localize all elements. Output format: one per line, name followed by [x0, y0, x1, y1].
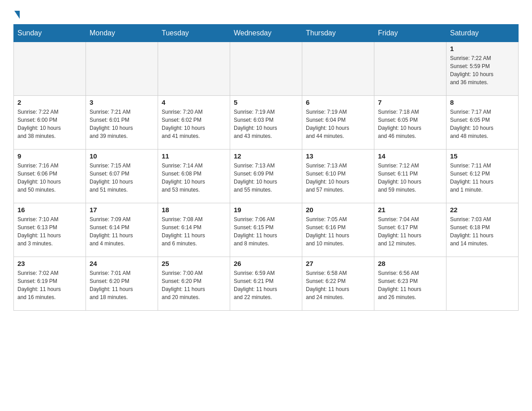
- day-info: Sunrise: 7:12 AM Sunset: 6:11 PM Dayligh…: [378, 162, 442, 194]
- day-number: 13: [306, 152, 370, 160]
- calendar-cell: [14, 42, 86, 96]
- day-info: Sunrise: 7:19 AM Sunset: 6:03 PM Dayligh…: [234, 108, 298, 140]
- calendar-header-thursday: Thursday: [302, 25, 374, 42]
- day-number: 25: [162, 260, 226, 267]
- day-info: Sunrise: 7:22 AM Sunset: 5:59 PM Dayligh…: [450, 54, 515, 86]
- day-info: Sunrise: 7:00 AM Sunset: 6:20 PM Dayligh…: [162, 269, 226, 301]
- calendar-cell: 3Sunrise: 7:21 AM Sunset: 6:01 PM Daylig…: [86, 96, 158, 150]
- calendar-cell: 26Sunrise: 6:59 AM Sunset: 6:21 PM Dayli…: [230, 257, 302, 311]
- day-number: 28: [378, 260, 442, 267]
- day-number: 9: [17, 152, 82, 160]
- calendar-header-tuesday: Tuesday: [158, 25, 230, 42]
- calendar-header-row: SundayMondayTuesdayWednesdayThursdayFrid…: [14, 25, 519, 42]
- day-info: Sunrise: 7:22 AM Sunset: 6:00 PM Dayligh…: [17, 108, 82, 140]
- day-number: 10: [90, 152, 154, 160]
- calendar-cell: [86, 42, 158, 96]
- day-info: Sunrise: 7:09 AM Sunset: 6:14 PM Dayligh…: [90, 215, 154, 248]
- day-info: Sunrise: 7:14 AM Sunset: 6:08 PM Dayligh…: [162, 162, 226, 194]
- calendar-cell: 19Sunrise: 7:06 AM Sunset: 6:15 PM Dayli…: [230, 203, 302, 257]
- day-number: 17: [90, 206, 154, 214]
- day-info: Sunrise: 7:08 AM Sunset: 6:14 PM Dayligh…: [162, 215, 226, 248]
- day-info: Sunrise: 7:13 AM Sunset: 6:09 PM Dayligh…: [234, 162, 298, 194]
- calendar-cell: 2Sunrise: 7:22 AM Sunset: 6:00 PM Daylig…: [14, 96, 86, 150]
- calendar-week-2: 2Sunrise: 7:22 AM Sunset: 6:00 PM Daylig…: [14, 96, 519, 150]
- calendar-cell: 4Sunrise: 7:20 AM Sunset: 6:02 PM Daylig…: [158, 96, 230, 150]
- calendar-header-saturday: Saturday: [446, 25, 519, 42]
- day-info: Sunrise: 7:05 AM Sunset: 6:16 PM Dayligh…: [306, 215, 370, 248]
- calendar-header-sunday: Sunday: [14, 25, 86, 42]
- calendar-week-4: 16Sunrise: 7:10 AM Sunset: 6:13 PM Dayli…: [14, 203, 519, 257]
- calendar-week-3: 9Sunrise: 7:16 AM Sunset: 6:06 PM Daylig…: [14, 150, 519, 203]
- logo-arrow-icon: [14, 11, 20, 19]
- calendar-cell: [230, 42, 302, 96]
- day-number: 11: [162, 152, 226, 160]
- day-info: Sunrise: 7:18 AM Sunset: 6:05 PM Dayligh…: [378, 108, 442, 140]
- day-number: 26: [234, 260, 298, 267]
- day-info: Sunrise: 7:04 AM Sunset: 6:17 PM Dayligh…: [378, 215, 442, 248]
- day-info: Sunrise: 6:59 AM Sunset: 6:21 PM Dayligh…: [234, 269, 298, 301]
- calendar-cell: 9Sunrise: 7:16 AM Sunset: 6:06 PM Daylig…: [14, 150, 86, 203]
- calendar-cell: [446, 257, 519, 311]
- calendar-cell: 7Sunrise: 7:18 AM Sunset: 6:05 PM Daylig…: [374, 96, 446, 150]
- day-info: Sunrise: 7:02 AM Sunset: 6:19 PM Dayligh…: [17, 269, 82, 301]
- calendar-header-wednesday: Wednesday: [230, 25, 302, 42]
- calendar-cell: 15Sunrise: 7:11 AM Sunset: 6:12 PM Dayli…: [446, 150, 519, 203]
- calendar-cell: [302, 42, 374, 96]
- day-number: 5: [234, 98, 298, 106]
- calendar-cell: [158, 42, 230, 96]
- calendar-cell: 13Sunrise: 7:13 AM Sunset: 6:10 PM Dayli…: [302, 150, 374, 203]
- day-number: 22: [450, 206, 515, 214]
- day-number: 1: [450, 45, 515, 52]
- day-info: Sunrise: 7:03 AM Sunset: 6:18 PM Dayligh…: [450, 215, 515, 248]
- page-header: [13, 9, 519, 17]
- day-info: Sunrise: 7:21 AM Sunset: 6:01 PM Dayligh…: [90, 108, 154, 140]
- calendar-cell: 5Sunrise: 7:19 AM Sunset: 6:03 PM Daylig…: [230, 96, 302, 150]
- day-number: 18: [162, 206, 226, 214]
- calendar-week-1: 1Sunrise: 7:22 AM Sunset: 5:59 PM Daylig…: [14, 42, 519, 96]
- calendar-week-5: 23Sunrise: 7:02 AM Sunset: 6:19 PM Dayli…: [14, 257, 519, 311]
- day-number: 21: [378, 206, 442, 214]
- calendar-cell: 11Sunrise: 7:14 AM Sunset: 6:08 PM Dayli…: [158, 150, 230, 203]
- day-info: Sunrise: 7:01 AM Sunset: 6:20 PM Dayligh…: [90, 269, 154, 301]
- day-number: 7: [378, 98, 442, 106]
- calendar-cell: 23Sunrise: 7:02 AM Sunset: 6:19 PM Dayli…: [14, 257, 86, 311]
- day-number: 27: [306, 260, 370, 267]
- calendar-table: SundayMondayTuesdayWednesdayThursdayFrid…: [13, 24, 519, 311]
- logo: [13, 9, 20, 17]
- calendar-cell: 14Sunrise: 7:12 AM Sunset: 6:11 PM Dayli…: [374, 150, 446, 203]
- day-number: 6: [306, 98, 370, 106]
- day-number: 2: [17, 98, 82, 106]
- calendar-cell: 20Sunrise: 7:05 AM Sunset: 6:16 PM Dayli…: [302, 203, 374, 257]
- day-number: 15: [450, 152, 515, 160]
- calendar-cell: [374, 42, 446, 96]
- calendar-cell: 1Sunrise: 7:22 AM Sunset: 5:59 PM Daylig…: [446, 42, 519, 96]
- calendar-header-monday: Monday: [86, 25, 158, 42]
- day-info: Sunrise: 7:11 AM Sunset: 6:12 PM Dayligh…: [450, 162, 515, 194]
- day-info: Sunrise: 7:17 AM Sunset: 6:05 PM Dayligh…: [450, 108, 515, 140]
- day-number: 8: [450, 98, 515, 106]
- day-info: Sunrise: 7:06 AM Sunset: 6:15 PM Dayligh…: [234, 215, 298, 248]
- calendar-cell: 8Sunrise: 7:17 AM Sunset: 6:05 PM Daylig…: [446, 96, 519, 150]
- day-info: Sunrise: 7:15 AM Sunset: 6:07 PM Dayligh…: [90, 162, 154, 194]
- day-number: 19: [234, 206, 298, 214]
- day-info: Sunrise: 7:19 AM Sunset: 6:04 PM Dayligh…: [306, 108, 370, 140]
- calendar-cell: 16Sunrise: 7:10 AM Sunset: 6:13 PM Dayli…: [14, 203, 86, 257]
- day-info: Sunrise: 6:58 AM Sunset: 6:22 PM Dayligh…: [306, 269, 370, 301]
- calendar-cell: 24Sunrise: 7:01 AM Sunset: 6:20 PM Dayli…: [86, 257, 158, 311]
- day-info: Sunrise: 7:20 AM Sunset: 6:02 PM Dayligh…: [162, 108, 226, 140]
- calendar-cell: 18Sunrise: 7:08 AM Sunset: 6:14 PM Dayli…: [158, 203, 230, 257]
- day-number: 4: [162, 98, 226, 106]
- calendar-cell: 25Sunrise: 7:00 AM Sunset: 6:20 PM Dayli…: [158, 257, 230, 311]
- calendar-header-friday: Friday: [374, 25, 446, 42]
- day-info: Sunrise: 7:16 AM Sunset: 6:06 PM Dayligh…: [17, 162, 82, 194]
- day-number: 24: [90, 260, 154, 267]
- day-info: Sunrise: 7:10 AM Sunset: 6:13 PM Dayligh…: [17, 215, 82, 248]
- day-info: Sunrise: 6:56 AM Sunset: 6:23 PM Dayligh…: [378, 269, 442, 301]
- day-number: 12: [234, 152, 298, 160]
- calendar-cell: 27Sunrise: 6:58 AM Sunset: 6:22 PM Dayli…: [302, 257, 374, 311]
- calendar-cell: 17Sunrise: 7:09 AM Sunset: 6:14 PM Dayli…: [86, 203, 158, 257]
- day-number: 16: [17, 206, 82, 214]
- day-info: Sunrise: 7:13 AM Sunset: 6:10 PM Dayligh…: [306, 162, 370, 194]
- day-number: 23: [17, 260, 82, 267]
- calendar-cell: 28Sunrise: 6:56 AM Sunset: 6:23 PM Dayli…: [374, 257, 446, 311]
